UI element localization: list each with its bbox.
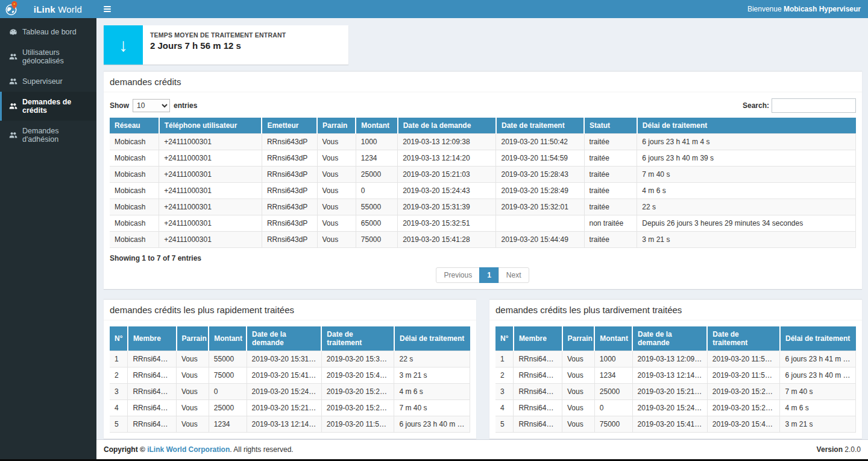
table-cell: Vous	[562, 351, 595, 367]
table-cell: 2019-03-20 15:28:49	[496, 183, 584, 199]
users-icon	[9, 77, 17, 86]
table-cell: 7 m 40 s	[637, 167, 856, 183]
column-header[interactable]: Date de la demande	[247, 326, 321, 351]
table-cell: 2019-03-20 15:24:43	[247, 384, 321, 400]
version-text: Version 2.0.0	[817, 445, 861, 454]
column-header[interactable]: Délai de traitement	[394, 326, 470, 351]
sidebar-item-superviseur[interactable]: Superviseur	[0, 71, 96, 92]
sidebar-item-demandes-adhesion[interactable]: Demandes d'adhésion	[0, 121, 96, 150]
table-cell: 2019-03-20 15:44:49	[321, 367, 394, 384]
table-info-text: Showing 1 to 7 of 7 entries	[110, 254, 856, 262]
table-cell: Mobicash	[110, 199, 159, 215]
sidebar-toggle-button[interactable]	[104, 4, 117, 14]
table-cell: traitée	[584, 199, 637, 215]
show-label: Show	[110, 101, 129, 110]
pagination-next-button[interactable]: Next	[498, 267, 529, 283]
column-header[interactable]: Délai de traitement	[637, 118, 856, 134]
column-header[interactable]: Réseau	[110, 118, 159, 134]
column-header[interactable]: Membre	[514, 326, 562, 351]
table-cell: RRnsi643dP	[514, 400, 562, 416]
column-header[interactable]: Montant	[356, 118, 397, 134]
table-cell: Vous	[177, 400, 209, 416]
table-cell: 4 m 6 s	[394, 384, 470, 400]
table-cell: 6 jours 23 h 40 m 39 s	[394, 416, 470, 433]
table-cell: 75000	[356, 232, 397, 248]
column-header[interactable]: Emetteur	[262, 118, 317, 134]
column-header[interactable]: Date de traitement	[321, 326, 394, 351]
pagination-previous-button[interactable]: Previous	[436, 267, 480, 283]
column-header[interactable]: Montant	[594, 326, 632, 351]
table-cell: 22 s	[394, 351, 470, 367]
table-cell: traitée	[584, 150, 637, 167]
table-cell: +24111000301	[159, 232, 262, 248]
table-row: 3RRnsi643dPVous250002019-03-20 15:21:032…	[495, 384, 856, 400]
table-cell: 1000	[594, 351, 632, 367]
table-cell: 6 jours 23 h 40 m 39 s	[637, 150, 856, 167]
table-cell: 2	[495, 367, 514, 384]
sidebar-item-label: Superviseur	[22, 77, 63, 86]
credits-panel: demandes crédits Show 10 entries Search:…	[104, 71, 862, 289]
sidebar-item-demandes-de-credits[interactable]: Demandes de crédits	[0, 92, 96, 121]
column-header[interactable]: Montant	[209, 326, 247, 351]
table-cell	[496, 215, 584, 232]
table-cell: 25000	[209, 400, 247, 416]
slowest-credits-panel: demandes crédits les plus tardivement tr…	[489, 299, 862, 439]
column-header[interactable]: N°	[495, 326, 514, 351]
table-row: Mobicash+24111000301RRnsi643dPVous123420…	[110, 150, 856, 167]
column-header[interactable]: Parrain	[562, 326, 595, 351]
table-cell: 2019-03-20 11:50:42	[707, 351, 780, 367]
table-cell: 75000	[594, 416, 632, 433]
column-header[interactable]: Délai de traitement	[780, 326, 856, 351]
column-header[interactable]: Statut	[584, 118, 637, 134]
table-cell: 4	[495, 400, 514, 416]
table-cell: RRnsi643dP	[262, 150, 317, 167]
table-cell: 1234	[356, 150, 397, 167]
table-cell: 2019-03-20 15:28:43	[321, 400, 394, 416]
table-cell: 1234	[594, 367, 632, 384]
column-header[interactable]: Membre	[128, 326, 177, 351]
table-cell: 7 m 40 s	[394, 400, 470, 416]
pagination-page-1-button[interactable]: 1	[479, 267, 499, 283]
sidebar-item-label: Utilisateurs géolocalisés	[22, 48, 90, 65]
table-cell: Depuis 26 jours 3 heures 29 minutes 34 s…	[637, 215, 856, 232]
sidebar-item-utilisateurs-geolocalises[interactable]: Utilisateurs géolocalisés	[0, 42, 96, 71]
table-cell: 55000	[356, 199, 397, 215]
table-cell: 1234	[209, 416, 247, 433]
table-cell: Vous	[177, 416, 209, 433]
table-cell: Vous	[317, 215, 356, 232]
page-length-select[interactable]: 10	[133, 99, 170, 112]
slowest-credits-table: N°MembreParrainMontantDate de la demande…	[495, 326, 856, 433]
table-cell: 2019-03-20 15:21:03	[632, 384, 707, 400]
slowest-panel-title: demandes crédits les plus tardivement tr…	[489, 300, 862, 320]
table-cell: 2019-03-20 15:24:43	[632, 400, 707, 416]
sidebar-item-tableau-de-bord[interactable]: Tableau de bord	[0, 22, 96, 42]
column-header[interactable]: Date de traitement	[496, 118, 584, 134]
column-header[interactable]: Parrain	[317, 118, 356, 134]
table-cell: 2019-03-20 11:54:59	[321, 416, 394, 433]
table-cell: 2019-03-20 15:28:49	[321, 384, 394, 400]
column-header[interactable]: Parrain	[177, 326, 209, 351]
table-cell: Vous	[562, 367, 595, 384]
table-cell: 5	[495, 416, 514, 433]
table-cell: +24111000301	[159, 134, 262, 150]
company-link[interactable]: iLink World Corporation	[147, 445, 230, 454]
table-cell: 2019-03-20 15:31:39	[247, 351, 321, 367]
column-header[interactable]: Date de la demande	[632, 326, 707, 351]
column-header[interactable]: Téléphone utilisateur	[159, 118, 262, 134]
table-cell: RRnsi643dP	[262, 134, 317, 150]
table-cell: Vous	[562, 416, 595, 433]
column-header[interactable]: N°	[110, 326, 128, 351]
column-header[interactable]: Date de traitement	[707, 326, 780, 351]
table-cell: 6 jours 23 h 41 m 4 s	[637, 134, 856, 150]
column-header[interactable]: Date de la demande	[398, 118, 496, 134]
globe-pin-logo-icon	[5, 1, 19, 18]
app-logo[interactable]: iLink World	[0, 0, 96, 18]
users-icon	[9, 102, 17, 110]
table-cell: 6 jours 23 h 41 m 4 s	[780, 351, 856, 367]
fastest-credits-panel: demandes crédits les plus rapidement tra…	[104, 299, 476, 439]
table-cell: traitée	[584, 167, 637, 183]
search-input[interactable]	[772, 98, 856, 113]
footer: Copyright © iLink World Corporation. All…	[96, 439, 868, 459]
table-cell: Vous	[177, 384, 209, 400]
table-cell: 3	[110, 384, 128, 400]
